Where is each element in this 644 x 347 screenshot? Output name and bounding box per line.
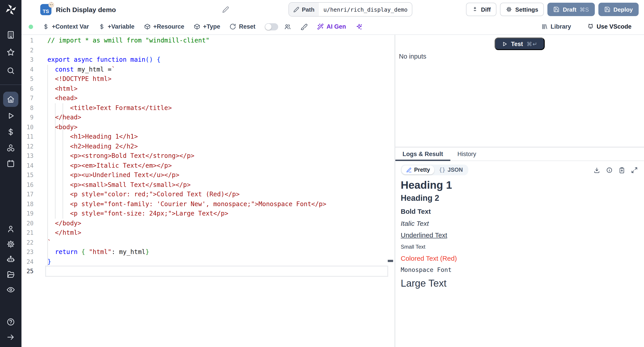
json-view-button[interactable]: {} JSON [434, 166, 467, 174]
library-button[interactable]: Library [541, 23, 571, 30]
sparkles-icon[interactable] [355, 23, 362, 30]
code-line-11[interactable]: 11 <h1>Heading 1</h1> [22, 132, 394, 142]
test-shortcut: ⌘↵ [526, 40, 538, 47]
line-number: 14 [22, 161, 34, 170]
code-line-7[interactable]: 7 <head> [22, 94, 394, 103]
pen-icon [406, 167, 412, 173]
line-number: 7 [22, 94, 34, 103]
code-line-13[interactable]: 13 <p><strong>Bold Text</strong></p> [22, 151, 394, 161]
use-vscode-button[interactable]: Use VScode [587, 23, 632, 30]
sidebar-item-workers[interactable] [3, 253, 18, 266]
help-icon[interactable] [3, 315, 18, 329]
tab-logs-and-result[interactable]: Logs & Result [395, 148, 450, 160]
format-brush-icon[interactable] [300, 23, 308, 30]
result-line-underline: Underlined Text [401, 231, 639, 240]
code-line-25[interactable]: 25 [22, 266, 394, 276]
code-line-5[interactable]: 5 <!DOCTYPE html> [22, 74, 394, 84]
braces-icon: {} [439, 167, 446, 173]
add-variable-button[interactable]: +Variable [98, 23, 134, 30]
sidebar-item-variables[interactable] [3, 125, 18, 138]
expand-sidebar-icon[interactable] [3, 330, 18, 344]
code-line-18[interactable]: 18 <p style="font-family: 'Courier New',… [22, 199, 394, 209]
edit-summary-pencil-icon[interactable] [222, 6, 229, 13]
deploy-button[interactable]: Deploy [598, 3, 639, 16]
code-line-12[interactable]: 12 <h2>Heading 2</h2> [22, 142, 394, 151]
code-line-20[interactable]: 20 </body> [22, 218, 394, 228]
line-number: 20 [22, 218, 34, 228]
add-context-var-button[interactable]: +Context Var [42, 23, 89, 30]
code-line-6[interactable]: 6 <html> [22, 84, 394, 94]
code-line-14[interactable]: 14 <p><em>Italic Text</em></p> [22, 161, 394, 170]
rendered-result: Heading 1Heading 2Bold TextItalic TextUn… [395, 177, 644, 291]
sidebar-item-resources[interactable] [3, 141, 18, 155]
code-line-15[interactable]: 15 <p><u>Underlined Text</u></p> [22, 170, 394, 180]
line-number: 6 [22, 84, 34, 94]
search-icon[interactable] [3, 64, 18, 77]
tab-history[interactable]: History [450, 148, 484, 160]
copy-to-clipboard-icon[interactable] [618, 166, 625, 173]
add-type-button[interactable]: +Type [194, 23, 220, 30]
sidebar-item-folders[interactable] [3, 268, 18, 281]
page-title: Rich Display demo [56, 6, 116, 13]
expand-icon[interactable] [631, 166, 638, 173]
line-number: 4 [22, 64, 34, 74]
test-button[interactable]: Test ⌘↵ [494, 38, 545, 50]
code-line-2[interactable]: 2 [22, 46, 394, 55]
diff-button[interactable]: Diff [466, 3, 496, 16]
reset-button[interactable]: Reset [230, 23, 256, 30]
ts-badge-label: TS [43, 8, 49, 14]
users-icon[interactable] [284, 23, 291, 30]
code-line-21[interactable]: 21 </html> [22, 228, 394, 238]
windmill-logo-icon[interactable] [5, 4, 17, 16]
package-icon [194, 23, 200, 30]
sidebar-item-home[interactable] [3, 92, 18, 107]
sidebar-item-audit-logs[interactable] [3, 283, 18, 296]
multiplayer-toggle[interactable] [265, 23, 278, 30]
save-icon [554, 6, 560, 12]
ai-gen-button[interactable]: AI Gen [317, 23, 346, 30]
line-number: 2 [22, 46, 34, 55]
sidebar-item-settings[interactable] [3, 238, 18, 251]
line-number: 5 [22, 74, 34, 84]
download-icon[interactable] [594, 166, 600, 173]
code-line-8[interactable]: 8 <title>Text Formats</title> [22, 103, 394, 113]
draft-shortcut: ⌘S [580, 6, 589, 13]
sidebar-item-runs[interactable] [3, 109, 18, 122]
code-line-9[interactable]: 9 </head> [22, 113, 394, 122]
code-line-19[interactable]: 19 <p style="font-size: 24px;">Large Tex… [22, 209, 394, 218]
code-line-4[interactable]: 4 const my_html =` [22, 64, 394, 74]
code-line-23[interactable]: 23 return { "html": my_html} [22, 247, 394, 257]
favorites-icon[interactable] [3, 46, 18, 59]
code-line-3[interactable]: 3export async function main() { [22, 55, 394, 64]
path-label: Path [289, 3, 319, 16]
sidebar-item-users[interactable] [3, 222, 18, 236]
scrollbar-cursor-marker[interactable] [388, 260, 393, 262]
content-row: 1// import * as wmill from "windmill-cli… [22, 35, 644, 347]
code-line-16[interactable]: 16 <p><small>Small Text</small></p> [22, 180, 394, 190]
toolbar-right-group: Library Use VScode [541, 23, 632, 30]
settings-button[interactable]: Settings [500, 3, 544, 16]
code-editor[interactable]: 1// import * as wmill from "windmill-cli… [22, 35, 394, 347]
result-line-italic: Italic Text [401, 219, 639, 228]
line-number: 8 [22, 103, 34, 113]
rotate-icon [230, 23, 236, 30]
cat-icon [587, 23, 594, 30]
code-line-24[interactable]: 24} [22, 257, 394, 266]
sidebar-item-schedules[interactable] [3, 157, 18, 170]
wand-icon [317, 23, 324, 30]
info-icon[interactable] [606, 166, 613, 173]
code-line-1[interactable]: 1// import * as wmill from "windmill-cli… [22, 36, 394, 46]
sidebar-bottom-group [3, 220, 18, 347]
typescript-badge: TS [40, 4, 52, 15]
workspace-icon[interactable] [3, 28, 18, 42]
code-line-22[interactable]: 22` [22, 238, 394, 247]
code-line-17[interactable]: 17 <p style="color: red;">Colored Text (… [22, 190, 394, 199]
no-inputs-label: No inputs [399, 53, 644, 60]
add-resource-button[interactable]: +Resource [144, 23, 184, 30]
draft-button[interactable]: Draft ⌘S [548, 3, 594, 16]
code-line-10[interactable]: 10 <body> [22, 122, 394, 132]
path-field[interactable]: Path u/henri/rich_display_demo [288, 2, 412, 16]
pretty-view-button[interactable]: Pretty [402, 166, 434, 174]
test-runner-panel: Test ⌘↵ No inputs [395, 35, 644, 147]
line-number: 16 [22, 180, 34, 190]
